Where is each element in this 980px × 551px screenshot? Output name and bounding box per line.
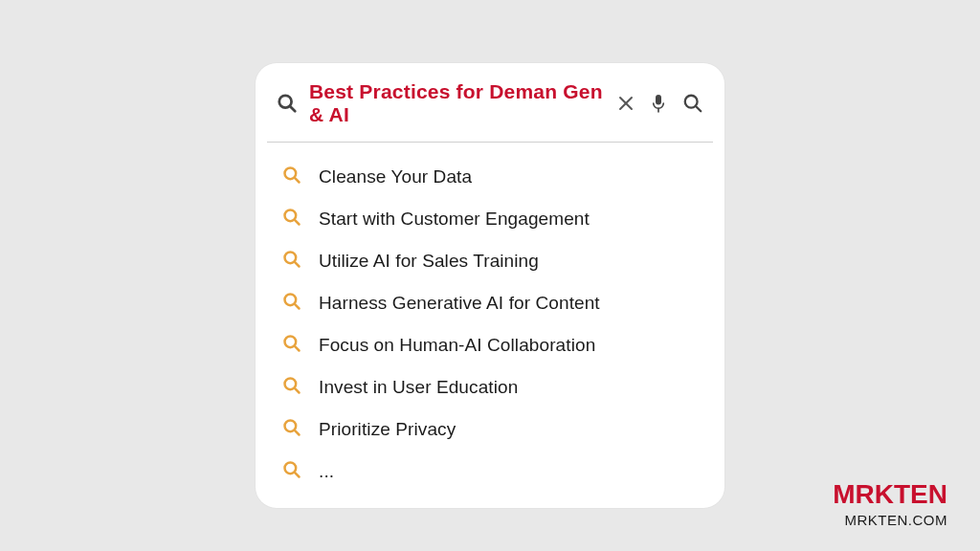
brand-url: MRKTEN.COM xyxy=(833,512,947,528)
svg-line-15 xyxy=(295,304,300,309)
suggestion-text: Invest in User Education xyxy=(319,377,518,398)
svg-line-1 xyxy=(290,106,295,111)
search-icon xyxy=(282,292,301,315)
suggestion-text: Cleanse Your Data xyxy=(319,166,472,187)
search-icon xyxy=(277,93,298,114)
close-icon[interactable] xyxy=(617,95,635,112)
brand-block: MRKTEN MRKTEN.COM xyxy=(833,481,947,528)
svg-line-7 xyxy=(696,106,701,111)
suggestion-text: ... xyxy=(319,461,334,482)
suggestion-item[interactable]: Invest in User Education xyxy=(256,366,724,408)
svg-line-23 xyxy=(295,473,300,477)
brand-name: MRKTEN xyxy=(833,481,947,508)
svg-line-19 xyxy=(295,388,300,393)
search-icon xyxy=(282,418,301,441)
suggestion-item[interactable]: Start with Customer Engagement xyxy=(256,198,724,240)
suggestion-text: Focus on Human-AI Collaboration xyxy=(319,335,595,356)
svg-line-17 xyxy=(295,346,300,351)
search-header: Best Practices for Deman Gen & AI xyxy=(256,63,724,142)
svg-line-9 xyxy=(295,178,300,183)
svg-line-13 xyxy=(295,262,300,267)
search-icon xyxy=(282,460,301,483)
search-box: Best Practices for Deman Gen & AI Cleans… xyxy=(256,63,724,508)
svg-line-11 xyxy=(295,220,300,225)
search-icon xyxy=(282,334,301,357)
suggestion-item[interactable]: Utilize AI for Sales Training xyxy=(256,240,724,282)
suggestion-text: Start with Customer Engagement xyxy=(319,209,590,230)
microphone-icon[interactable] xyxy=(650,93,667,114)
suggestion-text: Harness Generative AI for Content xyxy=(319,293,600,314)
svg-line-21 xyxy=(295,430,300,435)
suggestion-text: Prioritize Privacy xyxy=(319,419,456,440)
suggestion-item[interactable]: ... xyxy=(256,451,724,493)
search-submit-icon[interactable] xyxy=(682,93,703,114)
suggestions-list: Cleanse Your DataStart with Customer Eng… xyxy=(256,143,724,508)
search-icon xyxy=(282,165,301,188)
suggestion-item[interactable]: Harness Generative AI for Content xyxy=(256,282,724,324)
search-actions xyxy=(617,93,703,114)
search-icon xyxy=(282,208,301,231)
svg-rect-4 xyxy=(656,95,661,105)
search-icon xyxy=(282,376,301,399)
suggestion-item[interactable]: Focus on Human-AI Collaboration xyxy=(256,324,724,366)
search-title: Best Practices for Deman Gen & AI xyxy=(309,80,606,126)
suggestion-item[interactable]: Cleanse Your Data xyxy=(256,156,724,198)
search-icon xyxy=(282,250,301,273)
suggestion-item[interactable]: Prioritize Privacy xyxy=(256,408,724,451)
suggestion-text: Utilize AI for Sales Training xyxy=(319,251,539,272)
